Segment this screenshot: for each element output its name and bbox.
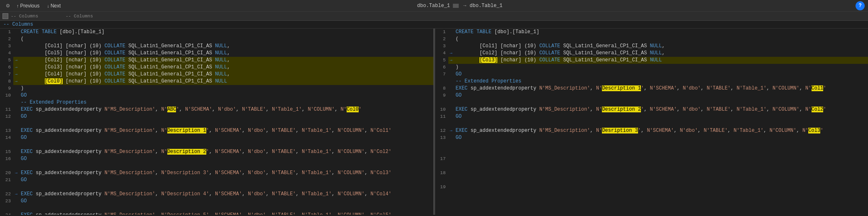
table-row (435, 177, 868, 184)
previous-label: Previous (20, 3, 40, 9)
r-diff-marker-4: → (448, 50, 454, 57)
diff-marker-6: → (13, 64, 19, 71)
left-code-area: 1 CREATE TABLE [dbo].[Table_1] 2 ( 3 [Co… (0, 29, 433, 215)
toolbar-left: ⚙ ↑ Previous ↓ Next (3, 1, 64, 10)
right-editor[interactable]: 1 CREATE TABLE [dbo].[Table_1] 2 ( 3 [Co… (435, 29, 868, 215)
next-button[interactable]: ↓ Next (44, 1, 64, 10)
line-content-12: GO (19, 113, 433, 120)
table-row: 17 (435, 155, 868, 163)
line-num-18: 21 (0, 177, 13, 184)
line-content-4: [Col5] [nchar] (10) COLLATE SQL_Latin1_G… (19, 50, 433, 57)
table-row: 22 → EXEC sp_addextendedproperty N'MS_De… (0, 191, 433, 198)
toolbar-right: ? (856, 1, 865, 10)
table-row: 21 GO (0, 177, 433, 184)
line-num-3: 3 (0, 43, 13, 50)
table-row: 7 GO (435, 71, 868, 78)
line-num-17: 20 (0, 170, 13, 177)
table-row (435, 141, 868, 148)
r-line-num-17: 18 (435, 170, 448, 177)
table-row (0, 120, 433, 127)
line-num-11: 11 (0, 106, 13, 113)
r-line-num-5: 5 (435, 57, 448, 64)
toolbar-center: dbo.Table_1 → dbo.Table_1 (66, 3, 854, 9)
r-line-content-10: EXEC sp_addextendedproperty N'MS_Descrip… (454, 106, 868, 113)
r-line-num-2: 2 (435, 36, 448, 43)
r-line-num-9: 9 (435, 92, 448, 99)
table-row: 9 ) (0, 85, 433, 92)
r-diff-marker-5: → (448, 57, 454, 64)
line-content-13: EXEC sp_addextendedproperty N'MS_Descrip… (19, 127, 433, 134)
r-line-content-2: ( (454, 36, 868, 43)
right-tab-title-text: dbo.Table_1 (469, 3, 502, 9)
table-row: 11 GO (435, 113, 868, 120)
diff-marker-19: → (13, 191, 19, 198)
r-line-content-6: ) (454, 64, 868, 71)
line-content-14: GO (19, 134, 433, 141)
line-content-21: EXEC sp_addextendedproperty N'MS_Descrip… (19, 212, 433, 215)
table-row: 3 [Col1] [nchar] (10) COLLATE SQL_Latin1… (435, 43, 868, 50)
secondary-toolbar: -- Columns -- Columns (0, 12, 868, 21)
table-row: 10 EXEC sp_addextendedproperty N'MS_Desc… (435, 106, 868, 113)
line-content-3: [Col1] [nchar] (10) COLLATE SQL_Latin1_G… (19, 43, 433, 50)
line-content-2: ( (19, 36, 433, 43)
r-line-num-11: 11 (435, 113, 448, 120)
table-row: 23 GO (0, 198, 433, 205)
r-line-num-19: 19 (435, 184, 448, 191)
help-button[interactable]: ? (856, 1, 865, 10)
r-diff-marker-12: → (448, 127, 454, 134)
next-arrow-icon: ↓ (47, 3, 49, 8)
table-row: -- Extended Properties (435, 78, 868, 85)
left-tab-title: dbo.Table_1 (417, 3, 460, 9)
r-line-num-3: 3 (435, 43, 448, 50)
line-num-4: 4 (0, 50, 13, 57)
table-row: 5 → [Col3] [nchar] (10) COLLATE SQL_Lati… (435, 57, 868, 64)
table-row: 2 ( (435, 36, 868, 43)
r-line-num-8: 8 (435, 85, 448, 92)
table-row: 12 GO (0, 113, 433, 120)
table-row (0, 184, 433, 191)
table-row: 2 ( (0, 36, 433, 43)
line-content-9: ) (19, 85, 433, 92)
line-content-19: EXEC sp_addextendedproperty N'MS_Descrip… (19, 191, 433, 198)
settings-icon[interactable]: ⚙ (3, 1, 12, 10)
table-row: 16 GO (0, 155, 433, 163)
line-content-5: [Col2] [nchar] (10) COLLATE SQL_Latin1_G… (19, 57, 433, 64)
table-row (435, 163, 868, 170)
r-line-num-15: 17 (435, 155, 448, 163)
line-num-1: 1 (0, 29, 13, 36)
diff-marker-5: → (13, 57, 19, 64)
table-row: 8 EXEC sp_addextendedproperty N'MS_Descr… (435, 85, 868, 92)
line-num-5: 5 (0, 57, 13, 64)
comment-bar: -- Columns (0, 21, 868, 29)
line-num-12: 12 (0, 113, 13, 120)
line-content-7: [Col4] [nchar] (10) COLLATE SQL_Latin1_G… (19, 71, 433, 78)
tab-separator-arrow: → (463, 3, 466, 9)
prev-arrow-icon: ↑ (17, 3, 19, 8)
left-tab-title-text: dbo.Table_1 (417, 3, 450, 9)
r-line-num-1: 1 (435, 29, 448, 36)
r-line-content-7: GO (454, 71, 868, 78)
stop-button[interactable] (2, 13, 8, 19)
line-num-19: 22 (0, 191, 13, 198)
left-editor[interactable]: 1 CREATE TABLE [dbo].[Table_1] 2 ( 3 [Co… (0, 29, 433, 215)
line-content-10: GO (19, 92, 433, 99)
columns-comment-toolbar: -- Columns (11, 14, 38, 19)
line-content-16: GO (19, 155, 433, 163)
main-content: 1 CREATE TABLE [dbo].[Table_1] 2 ( 3 [Co… (0, 29, 868, 215)
previous-button[interactable]: ↑ Previous (13, 1, 43, 10)
table-row: 13 GO (435, 134, 868, 141)
table-row: 13 EXEC sp_addextendedproperty N'MS_Desc… (0, 127, 433, 134)
table-row (435, 99, 868, 106)
r-line-content-3: [Col1] [nchar] (10) COLLATE SQL_Latin1_G… (454, 43, 868, 50)
line-num-16: 16 (0, 155, 13, 163)
table-row (0, 205, 433, 212)
columns-comment-toolbar2: -- Columns (66, 14, 93, 19)
r-line-num-4: 4 (435, 50, 448, 57)
r-line-content-12: EXEC sp_addextendedproperty N'MS_Descrip… (454, 127, 868, 134)
r-line-content-11: GO (454, 113, 868, 120)
line-num-10: 10 (0, 92, 13, 99)
line-num-20: 23 (0, 198, 13, 205)
r-line-num-13: 13 (435, 134, 448, 141)
next-label: Next (51, 3, 61, 9)
table-row (0, 141, 433, 148)
